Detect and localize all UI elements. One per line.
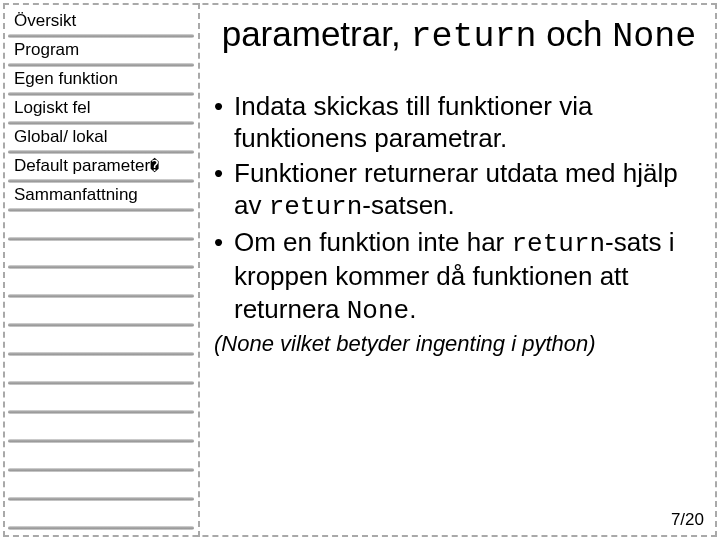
column-divider [198,3,200,537]
sidebar-item-blank [6,500,196,529]
bullet-text: Funktioner returnerar utdata med hjälp a… [234,157,706,224]
title-code: None [612,17,696,57]
slide-note: (None vilket betyder ingenting i python) [206,329,712,357]
bullet-item: • Om en funktion inte har return-sats i … [212,226,706,328]
page-number: 7/20 [671,510,704,530]
sidebar-item-blank [6,355,196,384]
text-span: -satsen. [362,190,455,220]
sidebar-item-summary[interactable]: Sammanfattning [6,182,196,211]
sidebar-item-blank [6,384,196,413]
bullet-list: • Indata skickas till funktioner via fun… [206,72,712,328]
slide-title: parametrar, return och None [206,6,712,72]
slide: Översikt Program Egen funktion Logiskt f… [0,0,720,540]
sidebar-item-label: Global/ lokal [14,127,108,146]
sidebar-item-global-local[interactable]: Global/ lokal [6,124,196,153]
sidebar-item-default-parameter[interactable]: Default parameter� [6,153,196,182]
sidebar-item-blank [6,326,196,355]
sidebar-item-logic-error[interactable]: Logiskt fel [6,95,196,124]
sidebar-item-overview[interactable]: Översikt [6,8,196,37]
text-span: . [409,294,416,324]
title-text: parametrar, [222,14,411,53]
bullet-text: Indata skickas till funktioner via funkt… [234,90,706,155]
bullet-item: • Indata skickas till funktioner via fun… [212,90,706,155]
sidebar-item-label: Program [14,40,79,59]
sidebar-item-label: Sammanfattning [14,185,138,204]
bullet-item: • Funktioner returnerar utdata med hjälp… [212,157,706,224]
code-span: return [269,192,363,222]
code-span: return [511,229,605,259]
sidebar-item-label: Default parameter [14,156,150,175]
text-span: Indata skickas till funktioner via funkt… [234,91,592,154]
main-content: parametrar, return och None • Indata ski… [206,6,712,532]
sidebar-item-label: Översikt [14,11,76,30]
bullet-text: Om en funktion inte har return-sats i kr… [234,226,706,328]
replacement-glyph-icon: � [150,156,159,176]
sidebar-item-label: Logiskt fel [14,98,91,117]
sidebar-item-blank [6,413,196,442]
bullet-dot-icon: • [212,90,234,155]
code-span: None [347,296,409,326]
bullet-dot-icon: • [212,226,234,328]
sidebar-item-blank [6,240,196,269]
title-code: return [410,17,536,57]
text-span: Om en funktion inte har [234,227,511,257]
sidebar-item-blank [6,529,196,540]
sidebar-item-program[interactable]: Program [6,37,196,66]
sidebar-item-blank [6,442,196,471]
sidebar: Översikt Program Egen funktion Logiskt f… [6,8,196,540]
title-text: och [536,14,612,53]
sidebar-item-own-function[interactable]: Egen funktion [6,66,196,95]
sidebar-item-blank [6,297,196,326]
bullet-dot-icon: • [212,157,234,224]
sidebar-item-blank [6,471,196,500]
sidebar-item-blank [6,268,196,297]
sidebar-item-label: Egen funktion [14,69,118,88]
sidebar-item-blank [6,211,196,240]
